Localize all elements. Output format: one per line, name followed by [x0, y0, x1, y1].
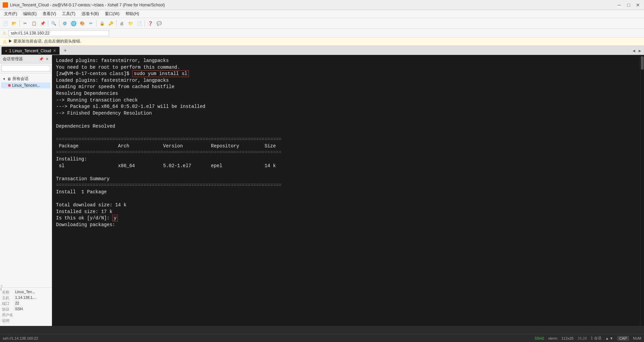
menu-file[interactable]: 文件(F) — [1, 10, 20, 17]
address-bar: ⚠ ssh://1.14.138.160:22 — [0, 29, 644, 38]
terminal-scrollbar-thumb[interactable] — [641, 56, 644, 70]
title-bar: Linux_Tencent_Cloud - zw@VM-0-17-centos:… — [0, 0, 644, 10]
toolbar-help[interactable]: ❓ — [146, 19, 154, 27]
sidebar-tree: ▼ 🖥 所有会话 Linux_Tencen... — [0, 73, 52, 285]
menu-help[interactable]: 帮助(H) — [123, 10, 142, 17]
command-highlight: sudo yum install sl — [132, 70, 189, 77]
info-note-label: 说明 — [2, 318, 14, 323]
term-line-9: --> Finished Dependency Resolution — [56, 110, 636, 117]
info-name-value: Linux_Ten... — [15, 290, 35, 295]
tab-nav-left[interactable]: ◀ — [631, 48, 637, 53]
term-table-header: Package Arch Version Repository Size — [56, 143, 636, 150]
sidebar-title: 会话管理器 — [3, 56, 23, 62]
info-name-label: 名称 — [2, 290, 14, 295]
status-size: 112x26 — [561, 336, 574, 340]
toolbar-copy[interactable]: 📋 — [30, 19, 38, 27]
toolbar-cut[interactable]: ✂ — [21, 19, 29, 27]
tab-active[interactable]: ● 1 Linux_Tencent_Cloud ✕ — [1, 47, 60, 55]
toolbar-connect[interactable]: ⚙ — [61, 19, 69, 27]
tab-nav-right-btn[interactable]: ▶ — [637, 48, 643, 53]
term-package-row: sl x86_64 5.02-1.el7 epel 14 k — [56, 163, 636, 169]
info-host-label: 主机 — [2, 295, 14, 300]
arrow-down-icon: ▼ — [609, 336, 613, 340]
term-empty-3 — [56, 169, 636, 176]
term-empty-1 — [56, 117, 636, 123]
sidebar-scrollbar-thumb[interactable] — [1, 288, 1, 291]
tab-close-button[interactable]: ✕ — [53, 49, 56, 53]
close-button[interactable]: ✕ — [635, 2, 641, 8]
term-downloading: Downloading packages: — [56, 222, 636, 228]
term-line-3: [zw@VM-0-17-centos class]$ sudo yum inst… — [56, 71, 636, 77]
notification-bar: ⚠ ▶ 要添加当前会话, 点击左侧的箭头按钮. — [0, 38, 644, 46]
menu-tools[interactable]: 工具(T) — [59, 10, 78, 17]
menu-window[interactable]: 窗口(W) — [102, 10, 122, 17]
session-label: Linux_Tencen... — [12, 83, 40, 88]
term-empty-2 — [56, 130, 636, 137]
toolbar-paste[interactable]: 📌 — [39, 19, 47, 27]
toolbar-folder[interactable]: 📁 — [126, 19, 135, 27]
tree-group-header[interactable]: ▼ 🖥 所有会话 — [1, 75, 50, 82]
status-arrows: ▲ ▼ — [605, 336, 613, 340]
sidebar-scrollbar[interactable] — [1, 285, 3, 287]
status-sessions: 1 会话 — [591, 336, 601, 341]
toolbar: 📄 📂 ✂ 📋 📌 🔍 ⚙ 🌐 🎨 ✏ 🔒 🔑 🖨 📁 📄 ❓ 💬 — [0, 18, 644, 29]
toolbar-key[interactable]: 🔑 — [107, 19, 115, 27]
menu-tabs[interactable]: 选项卡(B) — [79, 10, 102, 17]
tab-add-button[interactable]: + — [61, 47, 69, 55]
warning-icon: ⚠ — [3, 39, 7, 44]
term-separator-3: ========================================… — [56, 182, 636, 189]
term-line-10: Dependencies Resolved — [56, 123, 636, 130]
notification-text: ▶ 要添加当前会话, 点击左侧的箭头按钮. — [8, 39, 81, 44]
menu-bar: 文件(F) 编辑(E) 查看(V) 工具(T) 选项卡(B) 窗口(W) 帮助(… — [0, 10, 644, 18]
term-empty-4 — [56, 195, 636, 202]
toolbar-compose[interactable]: ✏ — [87, 19, 95, 27]
maximize-button[interactable]: □ — [625, 2, 632, 8]
chevron-down-icon: ▼ — [3, 77, 6, 81]
info-protocol-label: 协议 — [2, 307, 14, 312]
terminal-scrollbar[interactable] — [640, 55, 644, 326]
address-label: ⚠ — [3, 31, 6, 36]
answer-highlight: y — [112, 215, 118, 221]
minimize-button[interactable]: ─ — [616, 2, 623, 8]
toolbar-search[interactable]: 🔍 — [50, 19, 58, 27]
address-value: ssh://1.14.138.160:22 — [8, 30, 109, 36]
status-cursor: 26,28 — [578, 336, 587, 340]
term-line-4: Loaded plugins: fastestmirror, langpacks — [56, 77, 636, 84]
term-separator-1: ========================================… — [56, 136, 636, 143]
toolbar-palette[interactable]: 🎨 — [78, 19, 86, 27]
tree-group-all-sessions: ▼ 🖥 所有会话 Linux_Tencen... — [0, 75, 52, 89]
term-separator-2: ========================================… — [56, 149, 636, 156]
session-status-icon — [8, 84, 11, 87]
menu-view[interactable]: 查看(V) — [40, 10, 59, 17]
toolbar-new[interactable]: 📄 — [1, 19, 9, 27]
info-port-label: 端口 — [2, 301, 14, 306]
session-item[interactable]: Linux_Tencen... — [1, 82, 50, 88]
toolbar-print[interactable]: 🖨 — [118, 19, 126, 27]
sidebar-pin-button[interactable]: 📌 — [39, 57, 44, 62]
toolbar-comment[interactable]: 💬 — [155, 19, 163, 27]
toolbar-open[interactable]: 📂 — [10, 19, 18, 27]
sidebar-search-input[interactable] — [1, 65, 50, 72]
tab-label: 1 Linux_Tencent_Cloud — [9, 49, 51, 53]
app-icon — [3, 2, 8, 8]
toolbar-file2[interactable]: 📄 — [135, 19, 143, 27]
term-line-8: ---> Package sl.x86_64 0:5.02-1.el7 will… — [56, 104, 636, 110]
window-title: Linux_Tencent_Cloud - zw@VM-0-17-centos:… — [10, 3, 165, 7]
info-user-label: 用户名 — [2, 313, 14, 318]
info-port-value: 22 — [15, 301, 19, 306]
sidebar: 会话管理器 📌 ✕ ▼ 🖥 所有会话 Linux_Tencen... — [0, 55, 52, 326]
toolbar-globe[interactable]: 🌐 — [69, 19, 77, 27]
toolbar-lock[interactable]: 🔒 — [98, 19, 106, 27]
term-line-5: Loading mirror speeds from cached hostfi… — [56, 84, 636, 90]
term-installing-label: Installing: — [56, 156, 636, 163]
sidebar-close-button[interactable]: ✕ — [45, 57, 49, 62]
status-connection: ssh://1.14.138.160:22 — [3, 336, 38, 340]
sidebar-info-panel: 名称 Linux_Ten... 主机 1.14.138.1... 端口 22 协… — [0, 287, 52, 326]
term-confirm-prompt: Is this ok [y/d/N]: y — [56, 215, 636, 222]
term-install-count: Install 1 Package — [56, 189, 636, 196]
sidebar-header: 会话管理器 📌 ✕ — [0, 55, 52, 64]
group-label: 所有会话 — [12, 76, 29, 82]
status-num: NUM — [633, 336, 641, 340]
menu-edit[interactable]: 编辑(E) — [20, 10, 39, 17]
terminal-area[interactable]: Loaded plugins: fastestmirror, langpacks… — [52, 55, 640, 326]
